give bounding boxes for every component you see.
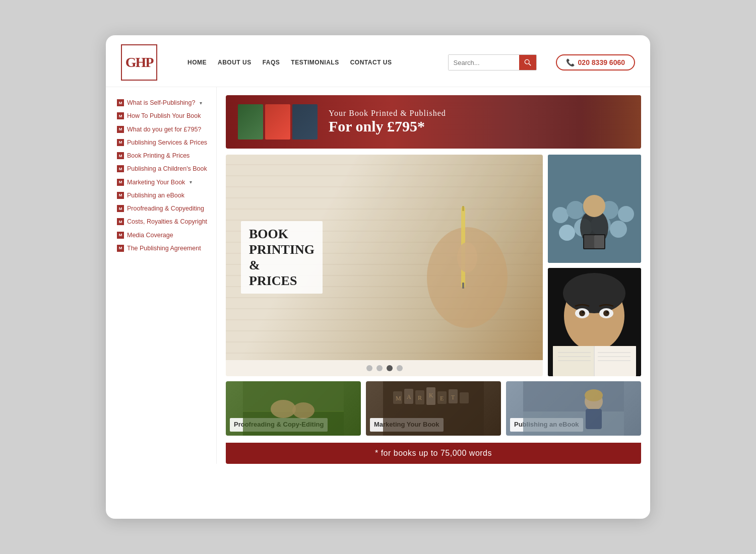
sidebar-item-ebook[interactable]: M Publishing an eBook [117, 189, 216, 202]
sidebar-icon: M [117, 205, 124, 212]
svg-point-29 [582, 311, 584, 313]
svg-text:M: M [396, 395, 401, 402]
search-box [448, 54, 537, 71]
svg-point-8 [457, 242, 477, 272]
hero-banner[interactable]: Your Book Printed & Published For only £… [226, 95, 641, 149]
sidebar-icon: M [117, 245, 124, 252]
svg-rect-7 [462, 283, 464, 289]
hero-price-text: For only £795* [329, 118, 446, 135]
bp-line1: BOOK [249, 226, 314, 242]
svg-point-47 [292, 402, 314, 419]
sidebar-item-media[interactable]: M Media Coverage [117, 229, 216, 242]
book-printing-label: BOOK PRINTING & PRICES [241, 221, 323, 294]
slider-dot-2[interactable] [376, 365, 383, 371]
bp-line4: PRICES [249, 273, 314, 289]
nav-testimonials[interactable]: TESTIMONIALS [291, 59, 339, 66]
sidebar-item-795[interactable]: M What do you get for £795? [117, 123, 216, 136]
slider-area: BOOK PRINTING & PRICES [226, 155, 543, 376]
phone-button[interactable]: 📞 020 8339 6060 [556, 54, 635, 71]
nav-about[interactable]: ABOUT US [218, 59, 251, 66]
sidebar-label: Marketing Your Book [127, 178, 185, 186]
hero-text: Your Book Printed & Published For only £… [329, 109, 446, 135]
sidebar-icon: M [117, 165, 124, 172]
svg-rect-34 [553, 346, 594, 376]
sidebar-item-book-printing[interactable]: M Book Printing & Prices [117, 149, 216, 162]
main-grid: BOOK PRINTING & PRICES [226, 155, 641, 376]
sidebar-label: Publishing an eBook [127, 191, 184, 199]
sidebar-icon: M [117, 112, 124, 119]
svg-text:R: R [418, 394, 422, 401]
header: GHP HOME ABOUT US FAQS TESTIMONIALS CONT… [106, 35, 650, 87]
svg-point-26 [563, 273, 625, 313]
sidebar-label: What is Self-Publishing? [127, 99, 195, 107]
svg-point-10 [552, 207, 569, 223]
panel-feedback[interactable]: Press and Author Feedback [548, 268, 641, 376]
svg-rect-23 [594, 235, 604, 248]
sidebar-item-costs[interactable]: M Costs, Royalties & Copyright [117, 215, 216, 228]
search-button[interactable] [519, 54, 536, 71]
sidebar-label: Book Printing & Prices [127, 152, 190, 160]
sidebar-item-proofreading[interactable]: M Proofreading & Copyediting [117, 202, 216, 215]
card-proofreading[interactable]: Proofreading & Copy-Editing [226, 381, 361, 436]
svg-rect-44 [243, 411, 344, 436]
hero-top-text: Your Book Printed & Published [329, 109, 446, 118]
sidebar: M What is Self-Publishing? ▾ M How To Pu… [106, 87, 217, 464]
marketing-bg-icon: M A R K E T [366, 381, 501, 436]
svg-point-28 [579, 310, 585, 316]
nav-contact[interactable]: CONTACT US [350, 59, 392, 66]
svg-point-32 [606, 311, 608, 313]
svg-point-15 [559, 225, 575, 241]
card-marketing[interactable]: M A R K E T Marketing Your Book [366, 381, 501, 436]
search-input[interactable] [449, 54, 519, 71]
panel-childrens-book[interactable]: Publishing a Children's Book [548, 155, 641, 263]
sidebar-item-marketing[interactable]: M Marketing Your Book ▾ [117, 176, 216, 189]
slider-image[interactable]: BOOK PRINTING & PRICES [226, 155, 543, 360]
sidebar-item-childrens-book[interactable]: M Publishing a Children's Book [117, 162, 216, 175]
card-ebook[interactable]: Publishing an eBook [506, 381, 641, 436]
phone-icon: 📞 [566, 58, 575, 66]
feedback-bg [548, 268, 641, 376]
search-icon [524, 59, 531, 66]
svg-point-20 [583, 195, 605, 217]
sidebar-icon: M [117, 232, 124, 239]
bottom-grid: Proofreading & Copy-Editing [226, 381, 641, 436]
book-thumb-3 [292, 104, 318, 140]
svg-point-0 [525, 59, 529, 64]
svg-point-46 [271, 400, 296, 418]
svg-text:K: K [429, 392, 433, 399]
ebook-bg-icon [506, 381, 641, 436]
nav-home[interactable]: HOME [187, 59, 207, 66]
slider-dot-1[interactable] [366, 365, 372, 371]
logo[interactable]: GHP [121, 44, 157, 81]
svg-rect-6 [462, 206, 464, 211]
svg-text:A: A [407, 393, 411, 400]
nav-faqs[interactable]: FAQS [263, 59, 280, 66]
svg-line-1 [529, 63, 531, 65]
slider-dot-4[interactable] [397, 365, 403, 371]
sidebar-icon: M [117, 152, 124, 159]
svg-text:T: T [451, 394, 455, 401]
svg-rect-35 [594, 346, 636, 376]
reading-man-icon [548, 268, 641, 376]
sidebar-icon: M [117, 126, 124, 133]
chevron-down-icon: ▾ [200, 100, 202, 106]
sidebar-item-agreement[interactable]: M The Publishing Agreement [117, 242, 216, 255]
svg-text:E: E [440, 395, 444, 402]
svg-point-31 [603, 310, 609, 316]
sidebar-item-how-publish[interactable]: M How To Publish Your Book [117, 109, 216, 122]
sidebar-label: How To Publish Your Book [127, 112, 201, 120]
sidebar-label: Publishing Services & Prices [127, 138, 207, 147]
hero-hand-decoration [581, 95, 641, 149]
sidebar-icon: M [117, 99, 124, 106]
footer-banner: * for books up to 75,000 words [226, 443, 641, 464]
sidebar-item-self-publishing[interactable]: M What is Self-Publishing? ▾ [117, 96, 216, 109]
main-layout: M What is Self-Publishing? ▾ M How To Pu… [106, 87, 650, 464]
book-thumb-1 [238, 104, 263, 140]
sidebar-icon: M [117, 218, 124, 225]
content-area: Your Book Printed & Published For only £… [217, 87, 650, 464]
sidebar-item-publishing-services[interactable]: M Publishing Services & Prices [117, 136, 216, 149]
book-thumb-2 [265, 104, 290, 140]
slider-dot-3[interactable] [387, 365, 393, 371]
proofreading-bg-icon [226, 381, 361, 436]
sidebar-label: The Publishing Agreement [127, 244, 201, 252]
